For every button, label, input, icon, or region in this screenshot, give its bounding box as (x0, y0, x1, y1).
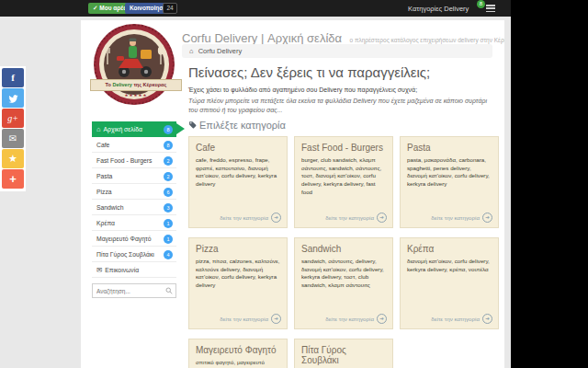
choose-category-label: Επιλέξτε κατηγορία (199, 120, 286, 131)
category-card-cafe[interactable]: Cafe cafe, freddo, espresso, frape, φραπ… (188, 136, 288, 228)
sidebar-item-home[interactable]: ⌂Αρχική σελίδα 8 (92, 121, 176, 137)
delivery-scooter-icon (100, 37, 168, 79)
categories-delivery-label[interactable]: Κατηγορίες Delivery (408, 5, 469, 13)
facebook-share-icon[interactable]: f (2, 68, 24, 87)
category-card-gyros[interactable]: Πίτα Γύρος Σουβλάκι pita, πίτα, πίττα, d… (294, 339, 393, 368)
card-keywords: pasta, μακαρονάδα, carbonara, spaghetti,… (407, 156, 492, 189)
intro-line1: Έχεις χάσει το φυλλάδιο από αγαπημένο σο… (188, 86, 417, 93)
category-card-pizza[interactable]: Pizza pizza, πίτσα, calzones, καλτσόνε, … (188, 237, 288, 329)
sidebar-item-sandwich[interactable]: Sandwich3 (92, 200, 176, 215)
count-badge: 3 (164, 203, 173, 213)
twitter-share-icon[interactable] (2, 88, 24, 108)
card-title: Cafe (196, 143, 280, 153)
card-title: Πίτα Γύρος Σουβλάκι (301, 345, 386, 365)
active-item-arrow (176, 123, 185, 134)
share-label: Κοινοποίηση (130, 5, 167, 11)
view-category-link[interactable]: δείτε την κατηγορία➔ (220, 213, 281, 223)
category-card-pasta[interactable]: Pasta pasta, μακαρονάδα, carbonara, spag… (400, 136, 499, 228)
sidebar-item-fastfood[interactable]: Fast Food - Burgers2 (92, 153, 176, 168)
breadcrumb-label: Corfu Delivery (198, 47, 243, 55)
google-plus-share-icon[interactable]: g+ (2, 109, 24, 128)
category-sidebar: ⌂Αρχική σελίδα 8 Cafe8 Fast Food - Burge… (92, 121, 176, 298)
sidebar-item-crepa[interactable]: Κρέπα1 (92, 215, 176, 231)
sidebar-item-pizza[interactable]: Pizza6 (92, 184, 176, 200)
ribbon-text: Το (106, 82, 111, 87)
card-title: Pasta (407, 143, 492, 153)
ribbon-text-2: της Κέρκυρας (133, 82, 166, 87)
home-icon: ⌂ (189, 47, 194, 55)
sidebar-item-label: Sandwich (96, 204, 123, 211)
site-logo[interactable]: Το Delivery της Κέρκυρας ★★★★★ (92, 24, 180, 118)
count-badge: 8 (164, 125, 173, 134)
card-title: Fast Food - Burgers (301, 143, 386, 153)
logo-ribbon: Το Delivery της Κέρκυρας (90, 79, 182, 91)
view-category-label: δείτε την κατηγορία (325, 214, 374, 221)
choose-category-heading: Επιλέξτε κατηγορία (188, 120, 286, 131)
main-content-card: Το Delivery της Κέρκυρας ★★★★★ Corfu Del… (81, 20, 504, 368)
count-badge: 1 (164, 219, 173, 228)
favorite-star-icon[interactable]: ★ (2, 149, 24, 168)
sidebar-search (92, 283, 176, 298)
arrow-circle-icon: ➔ (271, 213, 281, 223)
category-card-cooked-food[interactable]: Μαγειρευτό Φαγητό σπιτικό φαγητό, μαγειρ… (188, 339, 288, 368)
home-icon: ⌂ (96, 125, 101, 133)
view-category-link[interactable]: δείτε την κατηγορία➔ (431, 213, 492, 223)
search-icon (165, 287, 173, 294)
view-category-label: δείτε την κατηγορία (325, 316, 374, 322)
intro-line2: Τώρα πλέον μπορείτε να πετάξετε όλα εκεί… (188, 97, 493, 115)
logo-stars: ★★★★★ (92, 93, 180, 98)
sidebar-item-gyros[interactable]: Πίτα Γύρος Σουβλάκι4 (92, 247, 176, 262)
category-grid: Cafe cafe, freddo, espresso, frape, φραπ… (188, 136, 499, 368)
sidebar-item-cafe[interactable]: Cafe8 (92, 137, 176, 153)
count-badge: 2 (164, 172, 173, 181)
sidebar-item-pasta[interactable]: Pasta2 (92, 168, 176, 184)
view-category-link[interactable]: δείτε την κατηγορία➔ (325, 314, 387, 324)
tag-icon (188, 121, 197, 129)
page-subtitle: ο πληρέστερος κατάλογος επιχειρήσεων del… (350, 37, 505, 43)
menu-icon[interactable] (486, 5, 495, 12)
view-category-label: δείτε την κατηγορία (431, 316, 480, 322)
card-title: Pizza (196, 244, 280, 254)
sidebar-item-contact[interactable]: ✉Επικοινωνία (92, 262, 176, 278)
arrow-circle-icon: ➔ (271, 314, 281, 324)
view-category-label: δείτε την κατηγορία (220, 316, 268, 322)
sidebar-item-label: Cafe (96, 142, 109, 148)
share-count-badge: 24 (163, 3, 177, 14)
email-share-icon[interactable]: ✉ (2, 129, 24, 148)
sidebar-item-label: Pasta (96, 173, 112, 179)
sidebar-item-label: Επικοινωνία (105, 267, 139, 273)
card-title: Κρέπα (407, 244, 492, 254)
view-category-label: δείτε την κατηγορία (220, 214, 268, 221)
view-category-link[interactable]: δείτε την κατηγορία➔ (325, 213, 387, 223)
count-badge: 8 (164, 141, 173, 150)
envelope-icon: ✉ (96, 266, 102, 274)
sidebar-item-label: Pizza (96, 189, 112, 195)
card-title: Μαγειρευτό Φαγητό (196, 345, 280, 355)
view-category-link[interactable]: δείτε την κατηγορία➔ (431, 314, 492, 324)
intro-heading: Πείνασες; Δεν ξέρεις τι να παραγγείλεις; (188, 64, 430, 80)
category-card-fastfood[interactable]: Fast Food - Burgers burger, club sandwic… (294, 136, 393, 228)
more-share-icon[interactable]: + (2, 169, 24, 189)
view-category-link[interactable]: δείτε την κατηγορία➔ (220, 314, 281, 324)
sidebar-item-cooked-food[interactable]: Μαγειρευτό Φαγητό1 (92, 231, 176, 247)
card-keywords: διανομή κατ'οίκον, corfu delivery, kerky… (407, 258, 492, 273)
card-keywords: burger, club sandwich, κλαμπ σάντουιτς, … (301, 156, 386, 196)
sidebar-item-label: Κρέπα (96, 220, 115, 226)
category-card-sandwich[interactable]: Sandwich sandwich, σάντουιτς, delivery, … (294, 237, 393, 329)
breadcrumb[interactable]: ⌂ Corfu Delivery (182, 44, 492, 58)
card-keywords: sandwich, σάντουιτς, delivery, διανομή κ… (301, 258, 386, 290)
view-category-label: δείτε την κατηγορία (431, 214, 480, 221)
search-input[interactable] (93, 288, 163, 294)
category-card-crepa[interactable]: Κρέπα διανομή κατ'οίκον, corfu delivery,… (400, 237, 499, 329)
card-keywords: pizza, πίτσα, calzones, καλτσόνε, καλτσό… (196, 258, 280, 290)
search-button[interactable] (163, 284, 175, 297)
card-keywords: σπιτικό φαγητό, μαγειρευτό φαγητό, διανο… (196, 359, 280, 368)
arrow-circle-icon: ➔ (377, 314, 387, 324)
sidebar-item-label: Πίτα Γύρος Σουβλάκι (96, 251, 154, 258)
count-badge: 6 (164, 188, 173, 197)
sidebar-item-label: Αρχική σελίδα (104, 126, 142, 132)
arrow-circle-icon: ➔ (482, 314, 492, 324)
ribbon-brand-text: Delivery (112, 82, 131, 87)
arrow-circle-icon: ➔ (377, 213, 387, 223)
count-badge: 2 (164, 156, 173, 166)
